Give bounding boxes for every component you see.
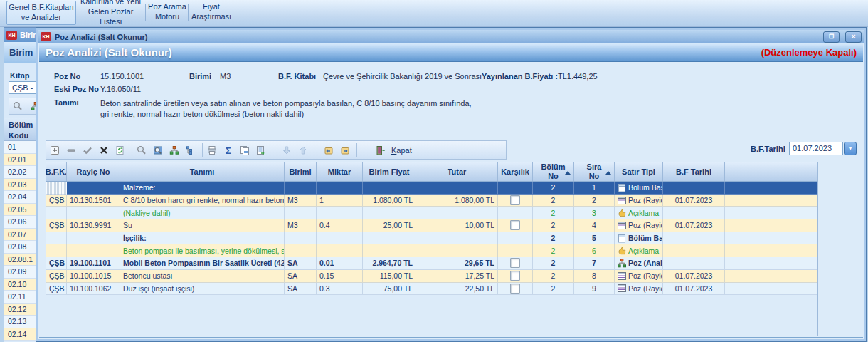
cell-sira_no: 2 [574,195,615,207]
column-header-birim-fiyat[interactable]: Birim Fiyat [363,162,416,181]
cell-rayic_no: 10.130.1501 [67,195,120,207]
cell-birim_fiyat [363,244,416,257]
table-row[interactable]: ÇŞB10.130.9991SuM30.425,00 TL10,00 TL24P… [46,219,817,232]
move-down-button[interactable] [280,142,296,158]
main-tab-1[interactable]: Genel B.F.Kitaplarıve Analizler [6,1,76,25]
next-record-icon [339,145,351,156]
cell-karsilik [498,182,533,195]
cell-birim_fiyat: 75,00 TL [363,283,416,296]
table-row[interactable]: ÇŞB10.130.1501C 8/10 beton harcı gri ren… [46,195,817,207]
maximize-button[interactable]: ❐ [823,31,840,43]
apply-icon [82,145,93,156]
main-tab-3[interactable]: Poz AramaMotoru [147,1,188,24]
cell-miktar: 1 [317,195,363,207]
cell-bf_tarihi [663,232,725,245]
close-button[interactable]: ✕ [845,31,862,43]
next-record-button[interactable] [338,142,354,158]
column-header-b-f-k-[interactable]: B.F.K. [46,162,67,181]
column-header-tutar[interactable]: Tutar [416,162,498,181]
column-header-s-ra-no[interactable]: SıraNo [574,162,615,181]
column-header-kar-l-k[interactable]: Karşılık [498,162,533,181]
move-up-button[interactable] [296,142,312,158]
table-row[interactable]: ÇŞB19.100.1101Mobil Beton Pompasının Bir… [46,257,817,270]
eski-poz-no-value: Y.16.050/11 [100,85,141,93]
cell-bfk [46,244,67,257]
cell-bolum_no: 2 [533,219,574,232]
apply-button[interactable] [80,142,97,158]
karsilik-checkbox[interactable] [510,220,520,230]
kapat-label: Kapat [391,146,412,155]
svg-text:Σ: Σ [226,145,231,155]
bottom-splitter[interactable] [39,337,863,338]
main-tab-4[interactable]: FiyatAraştırması [189,1,233,24]
cell-rayic_no [67,244,120,257]
cell-birimi: SA [285,270,317,283]
karsilik-checkbox[interactable] [510,271,520,281]
window-header-band: Poz Analizi (Salt Okunur) (Düzenlemeye K… [39,43,863,62]
cell-bolum_no: 2 [533,195,574,207]
poz-no-label: Poz No [54,72,80,81]
cell-filler [725,244,817,257]
print-button[interactable] [205,142,221,158]
kapat-button[interactable]: Kapat [371,143,416,157]
tab-label-line2: Araştırması [191,12,231,22]
cell-bf_tarihi [663,207,725,219]
bf-tarihi-label: B.F.Tarihi [751,145,785,153]
table-row[interactable]: Malzeme:21Bölüm Başlığı [46,182,817,195]
transfer-rows-button[interactable] [254,142,270,158]
cell-birimi: M3 [285,219,317,232]
cancel-button[interactable] [97,142,113,158]
cell-miktar [317,232,363,245]
cell-satir_tipi: Bölüm Başlığı [615,182,663,195]
table-row[interactable]: ÇŞB10.100.1062Düz işçi (inşaat işçisi)SA… [46,283,817,296]
column-header-b-l-m-no[interactable]: BölümNo [533,162,574,181]
refresh-button[interactable] [113,142,129,158]
remove-button[interactable] [64,142,80,158]
copy-rows-button[interactable] [238,142,254,158]
print-icon [206,145,218,156]
prev-record-button[interactable] [322,142,338,158]
cell-sira_no: 5 [574,232,615,245]
column-header-rayi-no[interactable]: Rayiç No [67,162,120,181]
table-row[interactable]: ÇŞB10.100.1015Betoncu ustasıSA0.15115,00… [46,270,817,283]
cell-karsilik [498,232,533,245]
cell-birim_fiyat: 1.080,00 TL [363,195,416,207]
window-titlebar[interactable]: KH Poz Analizi (Salt Okunur) ❐ ✕ [38,30,864,43]
column-header-tan-m-[interactable]: Tanımı [120,162,285,181]
search-button[interactable] [11,98,27,114]
karsilik-checkbox[interactable] [510,284,520,294]
analysis-tree-button[interactable] [167,142,184,158]
cell-tanimi: Mobil Beton Pompasının Bir Saatlik Ücret… [120,257,285,270]
cell-birim_fiyat [363,207,416,219]
table-row[interactable]: Beton pompası ile basılması, yerine dökü… [46,244,817,257]
main-tab-2[interactable]: Kaldırılan ve YeniGelen Pozlar Listesi [76,1,145,24]
add-button[interactable] [48,142,64,158]
poz-analiz-tree-icon [618,259,626,268]
sum-button[interactable]: Σ [221,142,238,158]
cell-bolum_no: 2 [533,232,574,245]
add-icon [49,145,60,156]
cell-birimi: SA [285,283,317,296]
grid-toolbar: ΣKapat [46,140,507,160]
column-header-sat-r-tipi[interactable]: Satır Tipi [615,162,663,181]
bf-tarihi-dropdown-button[interactable]: ▼ [844,142,857,155]
find-in-book-button[interactable] [151,142,167,158]
cell-karsilik [498,195,533,207]
cell-birim_fiyat: 25,00 TL [363,219,416,232]
cell-birim_fiyat: 115,00 TL [363,270,416,283]
hierarchy-button[interactable] [184,142,200,158]
cancel-icon [98,145,110,156]
cell-miktar: 0.4 [317,219,363,232]
cell-bfk: ÇŞB [46,257,67,270]
cell-bolum_no: 2 [533,283,574,296]
column-header-b-f-tarihi[interactable]: B.F Tarihi [663,162,725,181]
karsilik-checkbox[interactable] [510,195,520,205]
column-header-birimi[interactable]: Birimi [285,162,317,181]
cell-tutar [416,232,498,245]
table-row[interactable]: (Nakliye dahil)23Açıklama [46,207,817,219]
column-header-miktar[interactable]: Miktar [317,162,363,181]
karsilik-checkbox[interactable] [510,258,520,268]
table-row[interactable]: İşçilik:25Bölüm Başlığı [46,232,817,245]
search-button[interactable] [134,142,151,158]
bf-tarihi-field[interactable]: 01.07.2023 [789,142,843,155]
